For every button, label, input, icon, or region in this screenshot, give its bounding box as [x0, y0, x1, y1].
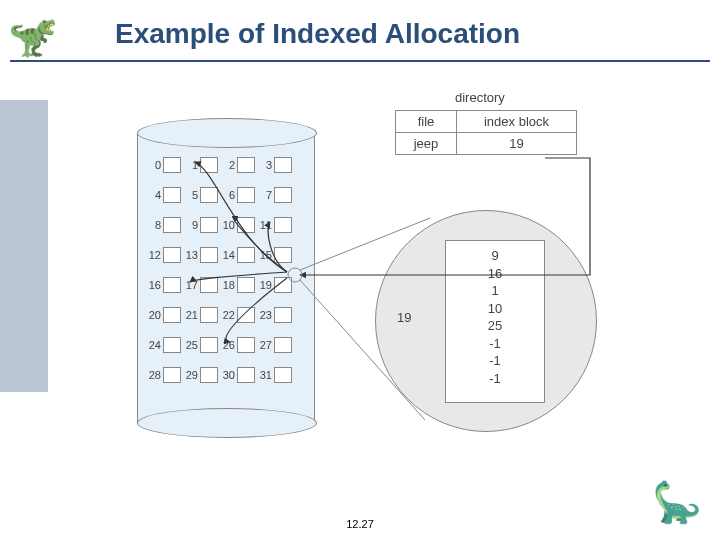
- directory-header-file: file: [396, 111, 457, 132]
- disk-block-box: [163, 277, 181, 293]
- disk-block-number: 2: [221, 159, 235, 171]
- logo-dino-right-icon: 🦕: [652, 482, 702, 522]
- disk-block-number: 18: [221, 279, 235, 291]
- disk-block-number: 6: [221, 189, 235, 201]
- index-block-contents: 91611025-1-1-1: [445, 240, 545, 403]
- disk-block-26: 26: [221, 337, 255, 353]
- disk-block-21: 21: [184, 307, 218, 323]
- disk-block-number: 14: [221, 249, 235, 261]
- disk-block-number: 31: [258, 369, 272, 381]
- disk-block-number: 29: [184, 369, 198, 381]
- index-block-entry: 16: [446, 265, 544, 283]
- disk-row: 891011: [147, 210, 307, 240]
- disk-block-number: 10: [221, 219, 235, 231]
- disk-block-number: 8: [147, 219, 161, 231]
- disk-block-31: 31: [258, 367, 292, 383]
- logo-dino-left-icon: 🦖: [8, 16, 58, 56]
- disk-block-grid: 0123456789101112131415161718192021222324…: [147, 150, 307, 390]
- disk-block-box: [237, 277, 255, 293]
- disk-block-29: 29: [184, 367, 218, 383]
- disk-block-box: [237, 217, 255, 233]
- disk-block-box: [163, 157, 181, 173]
- slide-sidebar: [0, 100, 48, 392]
- disk-block-number: 25: [184, 339, 198, 351]
- disk-block-6: 6: [221, 187, 255, 203]
- disk-block-number: 22: [221, 309, 235, 321]
- slide-title: Example of Indexed Allocation: [115, 18, 520, 50]
- disk-block-number: 0: [147, 159, 161, 171]
- disk-block-box: [237, 307, 255, 323]
- disk-block-14: 14: [221, 247, 255, 263]
- index-block-entry: 9: [446, 247, 544, 265]
- index-block-entry: 1: [446, 282, 544, 300]
- disk-block-number: 24: [147, 339, 161, 351]
- index-block-entry: -1: [446, 370, 544, 388]
- disk-block-9: 9: [184, 217, 218, 233]
- disk-row: 16171819: [147, 270, 307, 300]
- disk-block-box: [200, 277, 218, 293]
- disk-block-box: [200, 337, 218, 353]
- disk-block-number: 27: [258, 339, 272, 351]
- disk-cylinder-top: [137, 118, 317, 148]
- disk-block-number: 4: [147, 189, 161, 201]
- disk-block-box: [200, 367, 218, 383]
- disk-block-number: 9: [184, 219, 198, 231]
- disk-block-number: 19: [258, 279, 272, 291]
- disk-block-30: 30: [221, 367, 255, 383]
- disk-block-number: 13: [184, 249, 198, 261]
- disk-block-box: [200, 187, 218, 203]
- disk-block-17: 17: [184, 277, 218, 293]
- disk-block-number: 17: [184, 279, 198, 291]
- disk-block-24: 24: [147, 337, 181, 353]
- disk-block-box: [200, 247, 218, 263]
- disk-block-12: 12: [147, 247, 181, 263]
- disk-row: 12131415: [147, 240, 307, 270]
- directory-data-row: jeep 19: [396, 133, 576, 154]
- disk-block-20: 20: [147, 307, 181, 323]
- disk-block-box: [163, 217, 181, 233]
- disk-block-box: [200, 307, 218, 323]
- disk-block-box: [274, 367, 292, 383]
- disk-block-27: 27: [258, 337, 292, 353]
- disk-block-number: 28: [147, 369, 161, 381]
- disk-block-22: 22: [221, 307, 255, 323]
- disk-block-box: [163, 337, 181, 353]
- disk-block-7: 7: [258, 187, 292, 203]
- disk-block-number: 21: [184, 309, 198, 321]
- disk-block-28: 28: [147, 367, 181, 383]
- disk-block-box: [274, 337, 292, 353]
- disk-block-box: [274, 157, 292, 173]
- directory-label: directory: [455, 90, 505, 105]
- disk-block-11: 11: [258, 217, 292, 233]
- disk-block-1: 1: [184, 157, 218, 173]
- disk-block-5: 5: [184, 187, 218, 203]
- disk-block-box: [274, 277, 292, 293]
- disk-row: 4567: [147, 180, 307, 210]
- disk-block-15: 15: [258, 247, 292, 263]
- disk-block-25: 25: [184, 337, 218, 353]
- disk-block-10: 10: [221, 217, 255, 233]
- disk-block-box: [237, 367, 255, 383]
- disk-block-box: [163, 247, 181, 263]
- disk-block-box: [200, 157, 218, 173]
- slide-page-number: 12.27: [0, 518, 720, 530]
- index-block-entry: 25: [446, 317, 544, 335]
- directory-index-value: 19: [457, 133, 576, 154]
- disk-block-box: [200, 217, 218, 233]
- disk-block-19: 19: [258, 277, 292, 293]
- disk-block-box: [237, 157, 255, 173]
- disk-block-2: 2: [221, 157, 255, 173]
- disk-block-number: 16: [147, 279, 161, 291]
- disk-block-box: [163, 187, 181, 203]
- disk-row: 0123: [147, 150, 307, 180]
- disk-block-box: [237, 337, 255, 353]
- disk-block-number: 26: [221, 339, 235, 351]
- disk-cylinder-bottom: [137, 408, 317, 438]
- index-block-entry: 10: [446, 300, 544, 318]
- disk-block-box: [163, 367, 181, 383]
- directory-header-row: file index block: [396, 111, 576, 133]
- disk-block-number: 3: [258, 159, 272, 171]
- disk-row: 28293031: [147, 360, 307, 390]
- disk-row: 20212223: [147, 300, 307, 330]
- disk-block-box: [237, 247, 255, 263]
